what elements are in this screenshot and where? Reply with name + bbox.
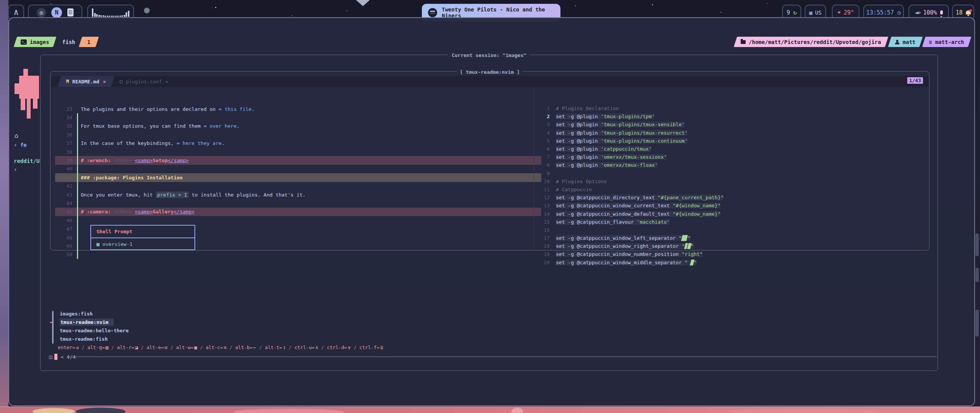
shell-prompt-char: › (14, 166, 17, 172)
editor-line: 46 (55, 216, 541, 224)
close-icon[interactable]: × (165, 79, 168, 85)
wallpaper-left-edge (0, 0, 8, 413)
tmux-window-images[interactable]: >_images (14, 37, 56, 47)
document-icon[interactable] (67, 8, 74, 16)
terminal-window: >_images fish 1 /home/matt/Pictures/redd… (8, 17, 975, 406)
session-result-item[interactable]: ►tmux-readme:nvim (50, 318, 433, 326)
help-action-icon: ◪ (135, 345, 138, 350)
help-action-icon: ≣ (380, 345, 383, 350)
editor-line: 37In the case of the keybindings, ∞ here… (55, 139, 541, 148)
wallpaper-right-edge (975, 0, 980, 413)
editor-line: 42 (55, 182, 541, 190)
help-action-icon: ∧ (315, 345, 318, 350)
keybinding-help: enter=↺ / alt-q=▤ / alt-r=◪ / alt-e=⊡ / … (58, 345, 383, 350)
editor-line: 38 (55, 148, 541, 156)
session-result-item[interactable]: ►tmux-readme:hello-there (50, 326, 433, 335)
tmux-status-bar: >_images fish 1 /home/matt/Pictures/redd… (15, 37, 970, 47)
help-keybinding: alt-t= (265, 345, 282, 350)
text-cursor (54, 354, 57, 360)
editor-line: 41### :package: Plugins Installation (55, 173, 541, 182)
editor-line: 5set -g @plugin 'tmux-plugins/tmux-conti… (537, 137, 923, 145)
home-icon: ⌂ (15, 132, 18, 139)
markdown-icon: M (66, 79, 69, 84)
session-result-item[interactable]: ►tmux-readme:fish (50, 335, 433, 343)
editor-tabline: M README.md × ▢ plugins.conf × 1/43 (51, 76, 929, 87)
editor-line: 34 (55, 113, 541, 122)
help-keybinding: alt-q= (87, 345, 105, 350)
file-icon: ▢ (120, 79, 122, 84)
preview-title: [ tmux-readme:nvim ] (51, 68, 929, 75)
cursor-position-badge: 1/43 (907, 77, 923, 84)
desktop: Λ ◎ N Twenty One Pilots - Nico and the N… (0, 0, 980, 413)
session-popup: Current session: "images" [ tmux-readme:… (40, 55, 938, 371)
editor-line: 9 (537, 169, 923, 177)
editor-line: 6set -g @plugin 'catppuccin/tmux' (537, 145, 923, 153)
editor-line: 17set -g @catppuccin_window_left_separat… (537, 234, 923, 242)
editor-line: 18set -g @catppuccin_window_right_separa… (537, 242, 923, 250)
help-keybinding: ctrl-d= (327, 345, 347, 350)
wallpaper-planet (144, 8, 150, 13)
editor-line: 16 (537, 226, 923, 234)
help-action-icon: ↧ (283, 345, 286, 350)
prompt-icon: ◫ (49, 354, 52, 360)
editor-line: 40 (55, 165, 541, 173)
tmux-window-fish[interactable]: fish (62, 39, 75, 45)
speaker-icon: ◄» (915, 9, 920, 16)
tmux-user-segment: matt (888, 37, 922, 47)
wallpaper-mountain (356, 0, 370, 6)
table-header: Shell Prompt (91, 226, 194, 238)
help-action-icon: ⊡ (165, 345, 168, 350)
editor-line: 12set -g @catppuccin_directory_text "#{p… (537, 193, 923, 202)
clock-time: 13:55:57 (866, 9, 894, 16)
session-results: ►images:fish►tmux-readme:nvim►tmux-readm… (50, 309, 433, 343)
editor-line: 19set -g @catppuccin_window_number_posit… (537, 250, 923, 258)
editor-line: 8set -g @plugin 'omerxx/tmux-floax' (537, 161, 923, 169)
selection-pointer-icon: ► (50, 320, 53, 325)
editor-line: 35For tmux base options, you can find th… (55, 122, 541, 130)
weather-temp: 29° (844, 9, 854, 16)
window-separator (534, 89, 534, 249)
help-keybinding: alt-w= (176, 345, 193, 350)
spotify-icon (428, 8, 437, 17)
help-keybinding: alt-b= (235, 345, 253, 350)
help-action-icon: ≡ (224, 345, 227, 350)
user-icon (895, 40, 900, 44)
editor-line: 13set -g @catppuccin_window_current_text… (537, 202, 923, 210)
notifications-count: 18 (956, 9, 962, 16)
sun-icon: ☀ (837, 9, 841, 16)
preview-box: [ tmux-readme:nvim ] M README.md × ▢ plu… (50, 71, 929, 250)
editor-line: 39# :wrench: <200e> <samp>Setup</samp> (55, 156, 541, 164)
shell-cwd: reddit/U (14, 158, 39, 164)
help-action-icon: ← (253, 345, 256, 350)
editor-line: 20set -g @catppuccin_window_middle_separ… (537, 259, 923, 267)
session-result-item[interactable]: ►images:fish (50, 309, 433, 318)
editor-line: 1# Plugins Declaration (537, 104, 923, 112)
editor-line: 10# Plugins Options (537, 177, 923, 185)
neovim-icon[interactable]: N (51, 7, 62, 18)
tab-readme[interactable]: M README.md × (57, 76, 114, 87)
browser-icon[interactable]: ◎ (37, 8, 46, 17)
editor-line: 15set -g @catppuccin_flavour 'macchiato' (537, 218, 923, 226)
shell-prompt-line: › fe (14, 142, 27, 148)
close-icon[interactable]: × (103, 79, 106, 85)
help-keybinding: enter= (58, 345, 75, 350)
help-keybinding: ctrl-f= (359, 345, 380, 350)
help-keybinding: alt-e= (147, 345, 164, 350)
help-keybinding: alt-r= (117, 345, 134, 350)
help-keybinding: ctrl-u= (294, 345, 315, 350)
help-keybinding: alt-c= (206, 345, 223, 350)
tab-plugins-conf[interactable]: ▢ plugins.conf × (111, 76, 177, 87)
terminal-icon: >_ (21, 39, 27, 45)
host-icon: ≡ (929, 39, 932, 45)
keyboard-layout: US (815, 10, 822, 16)
microphone-icon (940, 10, 943, 15)
help-action-icon: ▤ (105, 345, 108, 350)
editor-line: 7set -g @plugin 'omerxx/tmux-sessionx' (537, 153, 923, 161)
editor-line: 43Once you enter tmux, hit prefix + I to… (55, 190, 541, 199)
tmux-window-1[interactable]: 1 (79, 37, 99, 47)
editor-line: 33The plugins and their options are decl… (55, 105, 541, 113)
help-action-icon: ↺ (76, 345, 79, 350)
editor-line: 45# :camera: <200e> <samp>Gallery</samp> (55, 208, 541, 216)
keyboard-icon: ▦ (809, 10, 812, 16)
editor-line: 50 (55, 250, 541, 259)
